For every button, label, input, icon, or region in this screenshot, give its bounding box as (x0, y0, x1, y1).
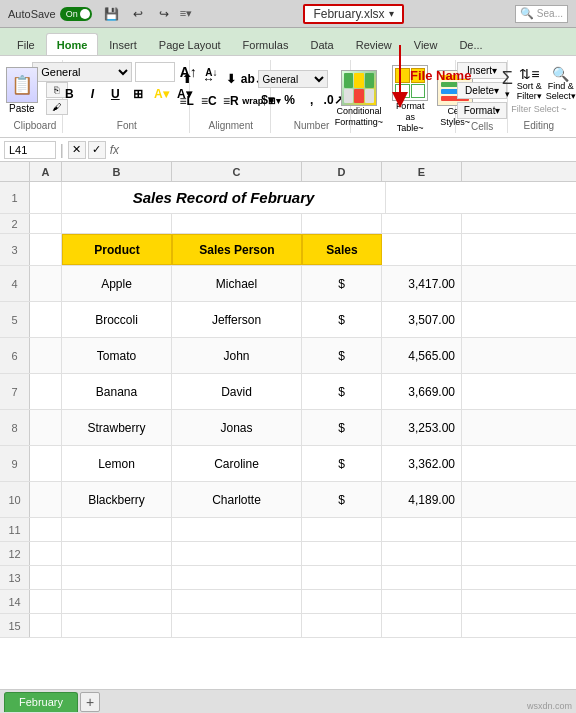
cell-a10[interactable] (30, 482, 62, 517)
sum-button[interactable]: Σ ▾ (502, 68, 513, 99)
formula-input[interactable] (123, 141, 572, 159)
cell-e7[interactable]: 3,669.00 (382, 374, 462, 409)
search-box[interactable]: 🔍 Sea... (515, 5, 568, 23)
col-header-c[interactable]: C (172, 162, 302, 181)
comma-format-button[interactable]: , (302, 90, 322, 110)
sort-filter-button[interactable]: ⇅≡ Sort &Filter▾ (517, 66, 542, 102)
tab-insert[interactable]: Insert (98, 33, 148, 55)
cell-b8[interactable]: Strawberry (62, 410, 172, 445)
cell-e5[interactable]: 3,507.00 (382, 302, 462, 337)
find-select-button[interactable]: 🔍 Find &Select▾ (546, 66, 576, 102)
col-header-d[interactable]: D (302, 162, 382, 181)
tab-view[interactable]: View (403, 33, 449, 55)
cell-c9[interactable]: Caroline (172, 446, 302, 481)
cell-c14[interactable] (172, 590, 302, 613)
align-right-button[interactable]: ≡R (221, 91, 241, 111)
format-cells-button[interactable]: Format▾ (457, 102, 508, 119)
cell-c15[interactable] (172, 614, 302, 637)
cell-d13[interactable] (302, 566, 382, 589)
cell-d10[interactable]: $ (302, 482, 382, 517)
delete-cells-button[interactable]: Delete▾ (457, 82, 508, 99)
cell-d3-sales[interactable]: Sales (302, 234, 382, 265)
cell-b3-product[interactable]: Product (62, 234, 172, 265)
format-as-table-button[interactable]: Format asTable~ (389, 62, 431, 136)
cell-c5[interactable]: Jefferson (172, 302, 302, 337)
cell-reference-box[interactable]: L41 (4, 141, 56, 159)
cell-b5[interactable]: Broccoli (62, 302, 172, 337)
cell-d8[interactable]: $ (302, 410, 382, 445)
tab-file[interactable]: File (6, 33, 46, 55)
tab-home[interactable]: Home (46, 33, 99, 55)
autosave-toggle[interactable]: On (60, 7, 92, 21)
cell-a2[interactable] (30, 214, 62, 233)
filename-box[interactable]: February.xlsx ▾ (303, 4, 403, 24)
cell-b10[interactable]: Blackberry (62, 482, 172, 517)
cell-e9[interactable]: 3,362.00 (382, 446, 462, 481)
percent-format-button[interactable]: % (280, 90, 300, 110)
cell-a6[interactable] (30, 338, 62, 373)
cell-b14[interactable] (62, 590, 172, 613)
cell-e13[interactable] (382, 566, 462, 589)
cell-c4[interactable]: Michael (172, 266, 302, 301)
tab-dev[interactable]: De... (448, 33, 493, 55)
cell-e6[interactable]: 4,565.00 (382, 338, 462, 373)
col-header-b[interactable]: B (62, 162, 172, 181)
cell-c6[interactable]: John (172, 338, 302, 373)
cell-a8[interactable] (30, 410, 62, 445)
cell-b1[interactable]: Sales Record of February (62, 182, 386, 213)
dollar-format-button[interactable]: $▾ (258, 90, 278, 110)
cell-e11[interactable] (382, 518, 462, 541)
cell-b7[interactable]: Banana (62, 374, 172, 409)
number-format-select[interactable]: General (258, 70, 328, 88)
cell-a1[interactable] (30, 182, 62, 213)
cell-d11[interactable] (302, 518, 382, 541)
cell-c2[interactable] (172, 214, 302, 233)
cell-c10[interactable]: Charlotte (172, 482, 302, 517)
border-button[interactable]: ⊞ (128, 84, 148, 104)
cell-e12[interactable] (382, 542, 462, 565)
cell-a11[interactable] (30, 518, 62, 541)
cell-e15[interactable] (382, 614, 462, 637)
save-icon[interactable]: 💾 (102, 4, 122, 24)
conditional-formatting-button[interactable]: ConditionalFormatting~ (332, 67, 386, 131)
tab-formulas[interactable]: Formulas (232, 33, 300, 55)
cell-e10[interactable]: 4,189.00 (382, 482, 462, 517)
cell-b12[interactable] (62, 542, 172, 565)
cell-a3[interactable] (30, 234, 62, 265)
cell-a9[interactable] (30, 446, 62, 481)
cell-e3[interactable] (382, 234, 462, 265)
align-middle-button[interactable]: ↔ (199, 69, 219, 89)
cell-c11[interactable] (172, 518, 302, 541)
cell-a13[interactable] (30, 566, 62, 589)
fill-color-button[interactable]: A▾ (151, 84, 171, 104)
cell-e2[interactable] (382, 214, 462, 233)
cell-d6[interactable]: $ (302, 338, 382, 373)
cell-c13[interactable] (172, 566, 302, 589)
cell-c7[interactable]: David (172, 374, 302, 409)
undo-icon[interactable]: ↩ (128, 4, 148, 24)
filter-select-label[interactable]: Filter Select ~ (511, 104, 566, 114)
cell-e14[interactable] (382, 590, 462, 613)
cancel-formula-button[interactable]: ✕ (68, 141, 86, 159)
align-bottom-button[interactable]: ⬇ (221, 69, 241, 89)
cell-c8[interactable]: Jonas (172, 410, 302, 445)
cell-b15[interactable] (62, 614, 172, 637)
cell-d5[interactable]: $ (302, 302, 382, 337)
cell-b13[interactable] (62, 566, 172, 589)
cell-b2[interactable] (62, 214, 172, 233)
italic-button[interactable]: I (82, 84, 102, 104)
bold-button[interactable]: B (59, 84, 79, 104)
font-size-input[interactable] (135, 62, 175, 82)
cell-d7[interactable]: $ (302, 374, 382, 409)
cell-b9[interactable]: Lemon (62, 446, 172, 481)
cell-d14[interactable] (302, 590, 382, 613)
sheet-tab-february[interactable]: February (4, 692, 78, 712)
cell-d9[interactable]: $ (302, 446, 382, 481)
font-family-select[interactable]: General (32, 62, 132, 82)
cell-a5[interactable] (30, 302, 62, 337)
cell-c12[interactable] (172, 542, 302, 565)
insert-cells-button[interactable]: Insert▾ (457, 62, 508, 79)
confirm-formula-button[interactable]: ✓ (88, 141, 106, 159)
cell-a7[interactable] (30, 374, 62, 409)
filename-dropdown-icon[interactable]: ▾ (389, 8, 394, 19)
